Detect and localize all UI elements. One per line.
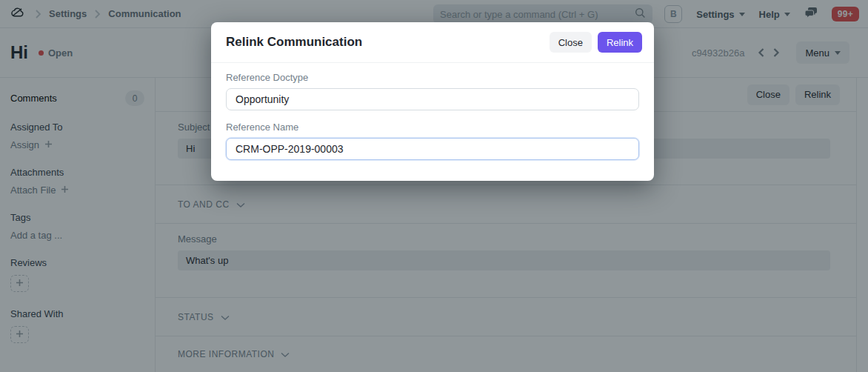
reference-name-input[interactable]	[226, 138, 639, 160]
reference-name-group: Reference Name	[226, 122, 639, 160]
modal-title: Relink Communication	[226, 35, 362, 50]
relink-communication-dialog: Relink Communication Close Relink Refere…	[211, 22, 654, 181]
modal-header-actions: Close Relink	[550, 32, 642, 53]
reference-doctype-group: Reference Doctype	[226, 72, 639, 110]
modal-close-button[interactable]: Close	[550, 32, 592, 53]
modal-relink-button[interactable]: Relink	[598, 32, 642, 53]
app-window: Settings Communication B Settings He	[0, 0, 868, 372]
reference-doctype-label: Reference Doctype	[226, 72, 639, 83]
reference-doctype-input[interactable]	[226, 88, 639, 110]
modal-header: Relink Communication Close Relink	[211, 22, 654, 63]
modal-body: Reference Doctype Reference Name	[211, 63, 654, 181]
reference-name-label: Reference Name	[226, 122, 639, 133]
